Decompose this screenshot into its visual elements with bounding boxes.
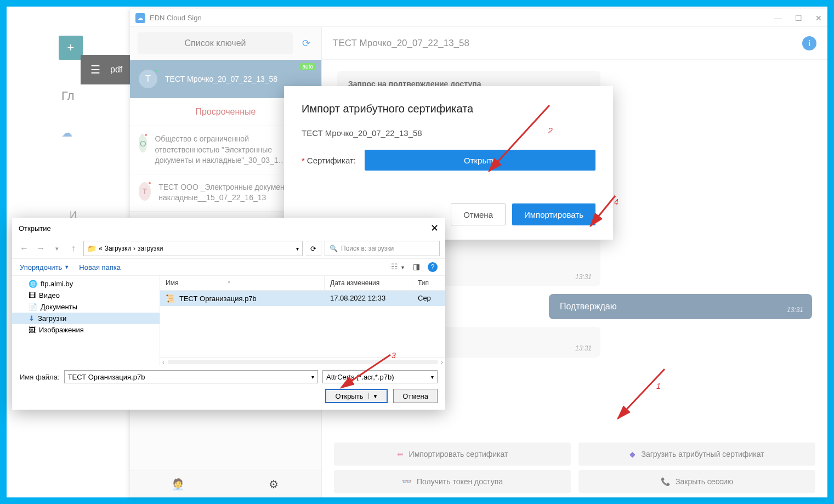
cloud-icon: ☁ [61,126,72,139]
auto-badge: auto [300,63,316,70]
close-session-label: Закрыть сессию [676,477,733,486]
chevron-right-icon: › [133,245,135,252]
file-open-dialog: Открытие ✕ ← → ▾ ↑ 📁 « Загрузки › загруз… [12,218,445,410]
nav-history-icon[interactable]: ▾ [50,242,64,255]
token-icon: 👓 [402,477,411,486]
file-list: Имя^ Дата изменения Тип 📜ТЕСТ Организаци… [160,276,445,366]
open-dropdown-icon[interactable]: ▼ [368,393,378,399]
page-title: ТЕСТ Мрочко_20_07_22_13_58 [333,38,469,49]
preview-pane-icon[interactable]: ◨ [413,262,420,272]
file-row-date: 17.08.2022 12:33 [325,291,412,306]
avatar-o-icon: O [139,134,147,152]
chevron-down-icon[interactable]: ▾ [311,374,314,380]
nav-back-icon[interactable]: ← [18,242,31,255]
h-scrollbar[interactable]: ‹› [160,357,445,366]
confirm-text: Подтверждаю [560,302,617,311]
hamburger-icon: ☰ [90,63,100,76]
tree-item-images[interactable]: 🖼Изображения [12,324,160,336]
avatar-t-icon: T [139,70,157,88]
refresh-icon[interactable]: ⟳ [298,36,314,51]
tree-item-video[interactable]: 🎞Видео [12,290,160,301]
modal-title: Импорт атрибутного сертификата [302,103,595,115]
load-attr-label: Загрузить атрибутный сертификат [641,450,764,458]
tree-item-ftp[interactable]: 🌐ftp.almi.by [12,278,160,290]
get-token-button[interactable]: 👓 Получить токен доступа [334,470,571,493]
globe-icon: 🌐 [29,280,37,288]
import-cert-label: Импортировать сертификат [409,450,508,458]
filedlg-open-button[interactable]: Открыть ▼ [325,389,388,403]
search-placeholder: Поиск в: загрузки [341,245,394,252]
titlebar: ☁ EDN Cloud Sign — ☐ ✕ [130,9,827,27]
download-icon: ⬇ [29,314,35,322]
cert-label: Сертификат: [307,156,356,165]
folder-tree: 🌐ftp.almi.by 🎞Видео 📄Документы ⬇Загрузки… [12,276,160,366]
filedlg-cancel-button[interactable]: Отмена [393,389,438,403]
filetype-select[interactable]: AttrCerts (*.acr,*.p7b) ▾ [322,370,438,383]
import-modal: Импорт атрибутного сертификата ТЕСТ Мроч… [284,86,613,240]
import-cert-button[interactable]: ⬅ Импортировать сертификат [334,443,571,466]
nav-up-icon[interactable]: ↑ [67,242,80,255]
load-attr-icon: ◆ [629,450,636,458]
modal-cancel-button[interactable]: Отмена [451,203,506,225]
filename-label: Имя файла: [20,373,60,381]
col-date: Дата изменения [325,276,412,290]
crumb-dropdown-icon[interactable]: ▾ [296,246,299,252]
request-card-time: 13:31 [575,273,592,281]
search-icon: 🔍 [330,245,338,252]
open-cert-button[interactable]: Открыть [365,150,595,171]
organize-menu[interactable]: Упорядочить ▼ [20,263,69,271]
tree-item-downloads[interactable]: ⬇Загрузки [12,313,160,324]
crumb-2[interactable]: загрузки [138,245,163,252]
status-dot-red [144,133,148,137]
get-token-label: Получить токен доступа [417,477,503,486]
view-list-icon[interactable]: ☷ ▼ [391,262,405,272]
new-folder-button[interactable]: Новая папка [79,263,121,271]
window-title: EDN Cloud Sign [150,14,202,22]
file-list-header[interactable]: Имя^ Дата изменения Тип [160,276,445,291]
help-icon[interactable]: ? [428,262,438,272]
filedlg-close-icon[interactable]: ✕ [430,222,439,234]
add-button[interactable]: + [59,36,83,60]
modal-import-button[interactable]: Импортировать [512,203,595,225]
support-icon[interactable]: 🧑‍💼 [130,471,226,497]
filedlg-title: Открытие [19,224,51,233]
crumb-refresh-icon[interactable]: ⟳ [306,241,321,256]
maximize-button[interactable]: ☐ [795,14,802,22]
import-icon: ⬅ [397,450,404,458]
settings-icon[interactable]: ⚙ [226,471,322,497]
tree-item-documents[interactable]: 📄Документы [12,301,160,313]
close-button[interactable]: ✕ [815,14,822,22]
info-icon[interactable]: i [802,36,816,50]
close-session-button[interactable]: 📞 Закрыть сессию [578,470,815,493]
modal-subtitle: ТЕСТ Мрочко_20_07_22_13_58 [302,128,595,138]
breadcrumb[interactable]: 📁 « Загрузки › загрузки ▾ [83,241,303,256]
confirm-time: 13:31 [787,306,803,314]
crumb-prefix: « [99,245,103,252]
file-row-type: Сер [412,291,445,306]
close-session-icon: 📞 [661,477,670,486]
nav-forward-icon[interactable]: → [34,242,47,255]
keylist-button[interactable]: Список ключей [138,32,293,54]
file-row[interactable]: 📜ТЕСТ Организация.p7b 17.08.2022 12:33 С… [160,291,445,306]
image-icon: 🖼 [29,326,36,334]
video-icon: 🎞 [29,291,36,299]
doc-icon: 📄 [29,303,37,311]
load-attr-cert-button[interactable]: ◆ Загрузить атрибутный сертификат [578,443,815,466]
app-logo-icon: ☁ [135,13,145,23]
status-dot-green [154,69,158,73]
second-card-time: 13:31 [575,344,592,352]
pdf-label: pdf [110,65,122,75]
confirm-bubble: Подтверждаю 13:31 [549,294,812,319]
col-type: Тип [412,276,445,290]
search-input[interactable]: 🔍 Поиск в: загрузки [325,241,440,256]
hamburger-menu[interactable]: ☰ pdf [81,55,135,84]
status-dot-red [147,181,152,185]
filename-input[interactable]: ТЕСТ Организация.p7b ▾ [64,370,318,383]
minimize-button[interactable]: — [774,14,782,22]
col-name: Имя [166,279,178,287]
chevron-down-icon[interactable]: ▾ [431,374,434,380]
bg-text-gl: Гл [61,89,75,103]
cert-file-icon: 📜 [166,294,175,303]
crumb-1[interactable]: Загрузки [105,245,131,252]
folder-icon: 📁 [87,244,97,253]
